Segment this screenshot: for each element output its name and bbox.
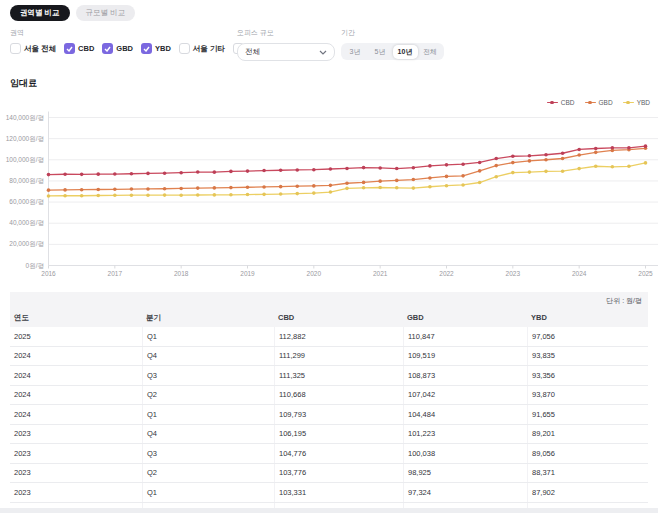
data-point-cbd[interactable] xyxy=(279,168,283,172)
data-point-cbd[interactable] xyxy=(561,151,565,155)
data-point-gbd[interactable] xyxy=(561,157,565,161)
data-point-cbd[interactable] xyxy=(544,153,548,157)
data-point-gbd[interactable] xyxy=(494,164,498,168)
data-point-ybd[interactable] xyxy=(461,183,465,187)
data-point-gbd[interactable] xyxy=(445,175,449,179)
data-point-gbd[interactable] xyxy=(395,179,399,183)
data-point-cbd[interactable] xyxy=(196,170,200,174)
tab-region-comparison[interactable]: 권역별 비교 xyxy=(10,5,70,21)
period-3y-button[interactable]: 3년 xyxy=(343,45,368,59)
data-point-ybd[interactable] xyxy=(378,186,382,190)
data-point-gbd[interactable] xyxy=(196,186,200,190)
data-point-cbd[interactable] xyxy=(179,171,183,175)
data-point-ybd[interactable] xyxy=(229,193,233,197)
data-point-ybd[interactable] xyxy=(329,190,333,194)
data-point-gbd[interactable] xyxy=(295,184,299,188)
rent-line-chart[interactable]: 0원/평20,000원/평40,000원/평60,000원/평80,000원/평… xyxy=(0,95,658,285)
period-10y-button[interactable]: 10년 xyxy=(393,45,418,59)
data-point-ybd[interactable] xyxy=(577,167,581,171)
data-point-gbd[interactable] xyxy=(47,188,51,192)
data-point-cbd[interactable] xyxy=(362,166,366,170)
data-point-ybd[interactable] xyxy=(262,193,266,197)
data-point-gbd[interactable] xyxy=(146,187,150,191)
data-point-gbd[interactable] xyxy=(544,158,548,162)
data-point-ybd[interactable] xyxy=(179,193,183,197)
data-point-cbd[interactable] xyxy=(63,172,67,176)
data-point-cbd[interactable] xyxy=(412,166,416,170)
data-point-ybd[interactable] xyxy=(428,185,432,189)
data-point-gbd[interactable] xyxy=(345,181,349,185)
data-point-ybd[interactable] xyxy=(113,194,117,198)
data-point-gbd[interactable] xyxy=(130,187,134,191)
data-point-gbd[interactable] xyxy=(412,178,416,182)
data-point-ybd[interactable] xyxy=(478,181,482,185)
data-point-ybd[interactable] xyxy=(445,184,449,188)
data-point-ybd[interactable] xyxy=(362,186,366,190)
tab-size-comparison[interactable]: 규모별 비교 xyxy=(76,5,136,21)
data-point-gbd[interactable] xyxy=(179,187,183,191)
data-point-ybd[interactable] xyxy=(146,193,150,197)
data-point-cbd[interactable] xyxy=(627,146,631,150)
data-point-gbd[interactable] xyxy=(113,187,117,191)
data-point-cbd[interactable] xyxy=(445,163,449,167)
data-point-ybd[interactable] xyxy=(544,170,548,174)
data-point-cbd[interactable] xyxy=(478,161,482,165)
data-point-gbd[interactable] xyxy=(163,187,167,191)
data-point-cbd[interactable] xyxy=(113,172,117,176)
data-point-ybd[interactable] xyxy=(63,194,67,198)
data-point-gbd[interactable] xyxy=(461,174,465,178)
data-point-ybd[interactable] xyxy=(246,193,250,197)
data-point-gbd[interactable] xyxy=(362,181,366,185)
data-point-cbd[interactable] xyxy=(395,167,399,171)
data-point-gbd[interactable] xyxy=(378,179,382,183)
data-point-ybd[interactable] xyxy=(412,186,416,190)
data-point-gbd[interactable] xyxy=(213,186,217,190)
data-point-cbd[interactable] xyxy=(229,170,233,174)
data-point-cbd[interactable] xyxy=(329,167,333,171)
data-point-ybd[interactable] xyxy=(47,194,51,198)
data-point-ybd[interactable] xyxy=(594,164,598,168)
data-point-ybd[interactable] xyxy=(528,170,532,174)
data-point-cbd[interactable] xyxy=(262,169,266,173)
data-point-ybd[interactable] xyxy=(511,171,515,175)
checkbox-cbd[interactable]: CBD xyxy=(64,43,94,54)
data-point-gbd[interactable] xyxy=(329,184,333,188)
data-point-gbd[interactable] xyxy=(279,185,283,189)
data-point-gbd[interactable] xyxy=(312,184,316,188)
data-point-cbd[interactable] xyxy=(130,172,134,176)
data-point-ybd[interactable] xyxy=(345,187,349,191)
data-point-ybd[interactable] xyxy=(80,194,84,198)
checkbox-ybd[interactable]: YBD xyxy=(141,43,171,54)
data-point-ybd[interactable] xyxy=(96,194,100,198)
data-point-cbd[interactable] xyxy=(163,171,167,175)
checkbox-seoul-all[interactable]: 서울 전체 xyxy=(10,43,56,54)
period-5y-button[interactable]: 5년 xyxy=(368,45,393,59)
data-point-cbd[interactable] xyxy=(96,172,100,176)
data-point-cbd[interactable] xyxy=(246,169,250,173)
data-point-gbd[interactable] xyxy=(229,186,233,190)
data-point-cbd[interactable] xyxy=(378,166,382,170)
period-all-button[interactable]: 전체 xyxy=(418,45,443,59)
data-point-gbd[interactable] xyxy=(246,185,250,189)
data-point-ybd[interactable] xyxy=(279,192,283,196)
data-point-ybd[interactable] xyxy=(611,165,615,169)
data-point-gbd[interactable] xyxy=(262,185,266,189)
data-point-cbd[interactable] xyxy=(494,157,498,161)
data-point-gbd[interactable] xyxy=(428,176,432,180)
data-point-ybd[interactable] xyxy=(295,192,299,196)
data-point-cbd[interactable] xyxy=(511,154,515,158)
data-point-ybd[interactable] xyxy=(561,169,565,173)
data-point-cbd[interactable] xyxy=(594,147,598,151)
office-size-select[interactable]: 전체 xyxy=(237,43,335,61)
data-point-ybd[interactable] xyxy=(395,186,399,190)
data-point-cbd[interactable] xyxy=(295,168,299,172)
checkbox-seoul-etc[interactable]: 서울 기타 xyxy=(179,43,225,54)
data-point-cbd[interactable] xyxy=(47,173,51,177)
data-point-gbd[interactable] xyxy=(63,188,67,192)
data-point-ybd[interactable] xyxy=(627,165,631,169)
data-point-cbd[interactable] xyxy=(312,168,316,172)
data-point-ybd[interactable] xyxy=(494,175,498,179)
data-point-gbd[interactable] xyxy=(528,159,532,163)
data-point-cbd[interactable] xyxy=(146,172,150,176)
data-point-cbd[interactable] xyxy=(80,173,84,177)
